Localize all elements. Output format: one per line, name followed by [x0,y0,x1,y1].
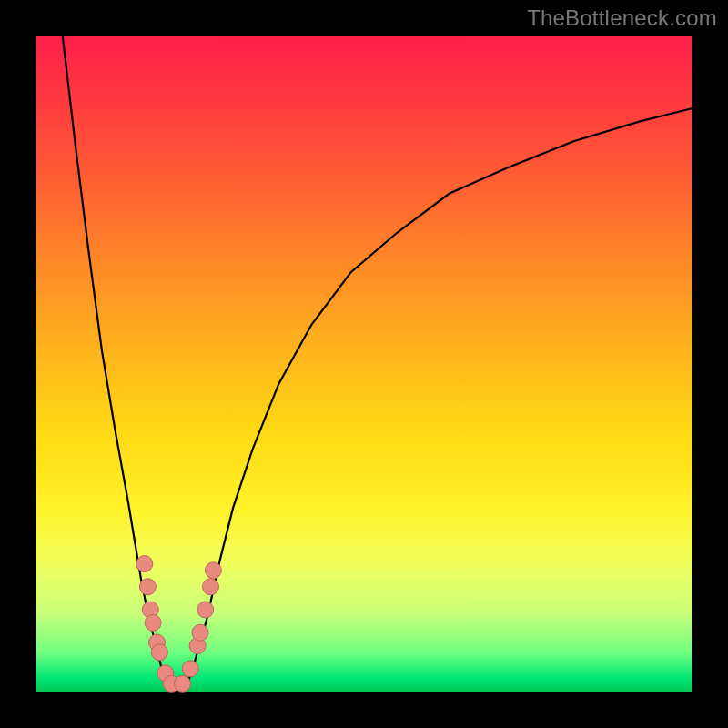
marker-dot [151,644,167,661]
marker-dot [192,624,208,641]
curve-right-branch [187,108,692,685]
marker-dot [139,579,156,595]
bottleneck-curve [63,36,692,692]
marker-dot [182,661,198,677]
marker-dot [175,675,191,692]
marker-dot [197,602,214,618]
marker-dot [205,562,221,579]
chart-frame: TheBottleneck.com [0,0,728,728]
marker-dot [145,614,161,631]
marker-cluster [136,556,222,693]
watermark-text: TheBottleneck.com [527,5,717,31]
chart-svg [36,36,692,692]
marker-dot [136,556,153,572]
marker-dot [203,579,219,595]
